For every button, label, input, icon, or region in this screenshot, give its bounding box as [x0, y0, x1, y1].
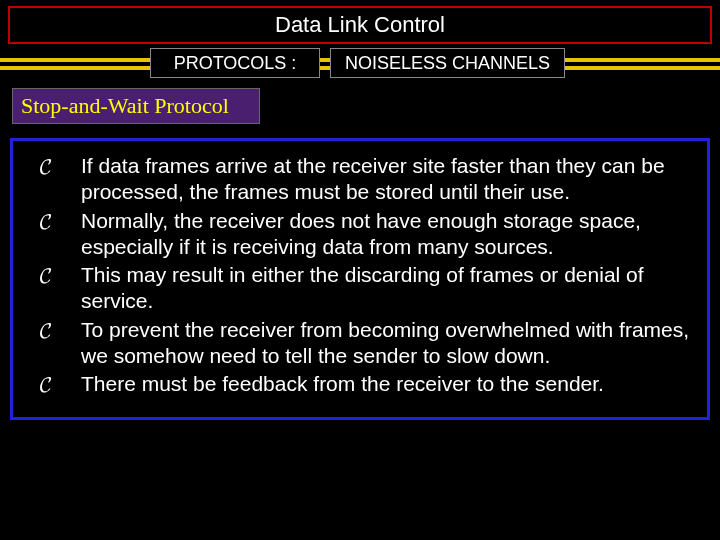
- list-item: Normally, the receiver does not have eno…: [27, 208, 693, 261]
- content-box: If data frames arrive at the receiver si…: [10, 138, 710, 420]
- channels-label: NOISELESS CHANNELS: [345, 53, 550, 74]
- protocols-label: PROTOCOLS :: [174, 53, 297, 74]
- list-item: There must be feedback from the receiver…: [27, 371, 693, 397]
- protocols-label-box: PROTOCOLS :: [150, 48, 320, 78]
- channels-label-box: NOISELESS CHANNELS: [330, 48, 565, 78]
- page-title: Data Link Control: [275, 12, 445, 38]
- stripe-row: PROTOCOLS : NOISELESS CHANNELS: [0, 50, 720, 80]
- subheading-box: Stop-and-Wait Protocol: [12, 88, 260, 124]
- title-bar: Data Link Control: [8, 6, 712, 44]
- list-item: To prevent the receiver from becoming ov…: [27, 317, 693, 370]
- list-item: This may result in either the discarding…: [27, 262, 693, 315]
- subheading: Stop-and-Wait Protocol: [21, 93, 229, 119]
- bullet-list: If data frames arrive at the receiver si…: [27, 153, 693, 397]
- list-item: If data frames arrive at the receiver si…: [27, 153, 693, 206]
